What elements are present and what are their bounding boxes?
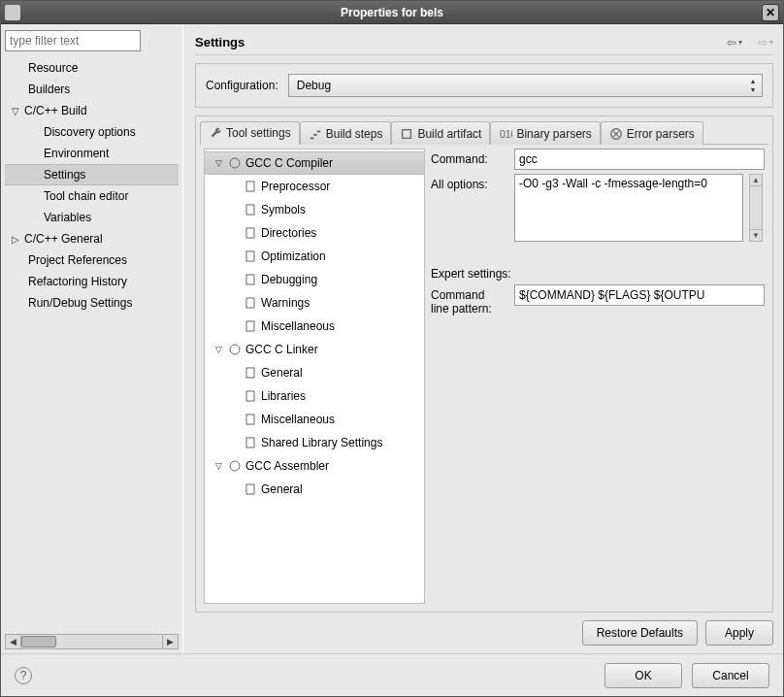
- page-icon: [244, 249, 257, 263]
- tool-node-compiler[interactable]: ▽GCC C Compiler: [205, 151, 424, 175]
- page-icon: [244, 436, 257, 449]
- tree-item-ccgeneral[interactable]: ▷C/C++ General: [5, 228, 179, 249]
- tree-item-resource[interactable]: Resource: [5, 57, 179, 79]
- tool-node-optimization[interactable]: Optimization: [205, 245, 424, 268]
- close-button[interactable]: ✕: [762, 4, 779, 21]
- right-header: Settings ⇦▾ ⇨▾: [195, 30, 773, 55]
- tool-label: Optimization: [261, 249, 326, 263]
- tool-label: GCC Assembler: [245, 459, 329, 473]
- svg-rect-5: [246, 205, 254, 215]
- svg-rect-12: [246, 368, 254, 378]
- scroll-left-icon: ◀: [6, 635, 21, 648]
- tool-node-preprocessor[interactable]: Preprocessor: [205, 175, 424, 198]
- tool-tree: ▽GCC C Compiler Preprocessor Symbols Dir…: [204, 149, 425, 604]
- page-icon: [244, 273, 257, 286]
- apply-button[interactable]: Apply: [705, 620, 773, 646]
- tool-label: GCC C Compiler: [245, 156, 333, 170]
- filter-input[interactable]: [5, 30, 141, 51]
- page-icon: [244, 413, 257, 426]
- tab-build-artifact[interactable]: Build artifact: [391, 121, 490, 145]
- category-tree: Resource Builders ▽C/C++ Build Discovery…: [5, 57, 179, 634]
- page-icon: [244, 296, 257, 310]
- tool-label: Libraries: [261, 389, 306, 403]
- tree-item-settings[interactable]: Settings: [5, 164, 179, 185]
- tool-icon: [228, 459, 242, 473]
- tool-node-assembler[interactable]: ▽GCC Assembler: [205, 454, 424, 478]
- tool-node-warnings[interactable]: Warnings: [205, 291, 424, 315]
- help-button[interactable]: ?: [15, 667, 32, 684]
- svg-rect-4: [246, 182, 254, 191]
- configuration-group: Configuration: Debug ▴▾: [195, 63, 773, 108]
- tool-label: Symbols: [261, 203, 306, 216]
- scroll-right-icon: ▶: [162, 635, 178, 648]
- tree-item-builders[interactable]: Builders: [5, 79, 179, 100]
- tool-node-libraries[interactable]: Libraries: [205, 384, 424, 408]
- configuration-select[interactable]: Debug ▴▾: [288, 74, 763, 97]
- nav-back-button[interactable]: ⇦▾: [727, 36, 742, 50]
- nav-forward-button[interactable]: ⇨▾: [758, 36, 773, 50]
- tool-label: GCC C Linker: [245, 343, 318, 356]
- chevron-right-icon: ▷: [9, 230, 22, 249]
- tab-binary-parsers[interactable]: 010 Binary parsers: [490, 121, 600, 145]
- command-input[interactable]: [514, 149, 765, 170]
- page-icon: [244, 203, 257, 216]
- tool-label: Miscellaneous: [261, 413, 335, 426]
- alloptions-scrollbar[interactable]: ▲ ▼: [749, 174, 763, 242]
- tree-item-environment[interactable]: Environment: [5, 143, 179, 164]
- svg-point-3: [230, 158, 240, 168]
- chevron-down-icon: ▽: [9, 102, 22, 120]
- tool-form: Command: All options: -O0 -g3 -Wall -c -…: [431, 149, 765, 604]
- configuration-value: Debug: [297, 79, 331, 92]
- svg-text:010: 010: [500, 127, 512, 139]
- scroll-up-icon: ▲: [750, 175, 762, 186]
- properties-dialog: Properties for bels ✕ Resource Builders …: [0, 0, 784, 697]
- svg-rect-6: [246, 228, 254, 238]
- tool-label: Shared Library Settings: [261, 436, 382, 449]
- cancel-button[interactable]: Cancel: [692, 663, 769, 688]
- svg-rect-0: [403, 129, 411, 138]
- settings-tabs: Tool settings Build steps Build artifact…: [195, 116, 773, 613]
- tool-node-linker[interactable]: ▽GCC C Linker: [205, 338, 424, 361]
- alloptions-textarea[interactable]: -O0 -g3 -Wall -c -fmessage-length=0: [514, 174, 743, 242]
- tool-node-symbols[interactable]: Symbols: [205, 198, 424, 221]
- page-icon: [244, 319, 257, 333]
- tool-label: Miscellaneous: [261, 319, 335, 333]
- scroll-thumb[interactable]: [21, 636, 56, 647]
- tree-item-ccbuild[interactable]: ▽C/C++ Build: [5, 100, 179, 121]
- tab-tool-settings[interactable]: Tool settings: [200, 121, 300, 145]
- tab-label: Build artifact: [417, 127, 481, 141]
- tool-node-directories[interactable]: Directories: [205, 221, 424, 245]
- tab-label: Error parsers: [627, 127, 695, 141]
- tree-item-refactoring-history[interactable]: Refactoring History: [5, 271, 179, 292]
- tool-node-misc-linker[interactable]: Miscellaneous: [205, 408, 424, 431]
- tab-error-parsers[interactable]: Error parsers: [601, 121, 703, 145]
- tree-item-toolchain[interactable]: Tool chain editor: [5, 185, 179, 207]
- svg-rect-10: [246, 321, 254, 331]
- spinner-icon: ▴▾: [746, 77, 760, 94]
- tool-node-shared-lib[interactable]: Shared Library Settings: [205, 431, 424, 454]
- tree-item-discovery[interactable]: Discovery options: [5, 121, 179, 143]
- tree-item-variables[interactable]: Variables: [5, 207, 179, 228]
- ok-button[interactable]: OK: [604, 663, 682, 688]
- tool-node-linker-general[interactable]: General: [205, 361, 424, 384]
- arrow-back-icon: ⇦: [727, 36, 736, 50]
- header-nav: ⇦▾ ⇨▾: [727, 36, 773, 50]
- restore-defaults-button[interactable]: Restore Defaults: [582, 620, 698, 646]
- page-icon: [244, 180, 257, 193]
- help-icon: ?: [20, 669, 27, 682]
- page-title: Settings: [195, 35, 245, 50]
- tool-node-debugging[interactable]: Debugging: [205, 268, 424, 291]
- left-panel: Resource Builders ▽C/C++ Build Discovery…: [1, 24, 183, 653]
- main-area: Resource Builders ▽C/C++ Build Discovery…: [1, 24, 783, 653]
- svg-rect-17: [246, 484, 254, 494]
- tree-item-run-debug[interactable]: Run/Debug Settings: [5, 292, 179, 314]
- left-hscrollbar[interactable]: ◀ ▶: [5, 634, 179, 649]
- tool-node-misc-compiler[interactable]: Miscellaneous: [205, 315, 424, 338]
- tree-item-project-references[interactable]: Project References: [5, 249, 179, 271]
- tab-build-steps[interactable]: Build steps: [300, 121, 392, 145]
- app-icon: [5, 5, 20, 20]
- tool-node-asm-general[interactable]: General: [205, 478, 424, 501]
- command-line-pattern-input[interactable]: [514, 284, 765, 306]
- svg-rect-9: [246, 298, 254, 308]
- clp-label: Command line pattern:: [431, 284, 508, 315]
